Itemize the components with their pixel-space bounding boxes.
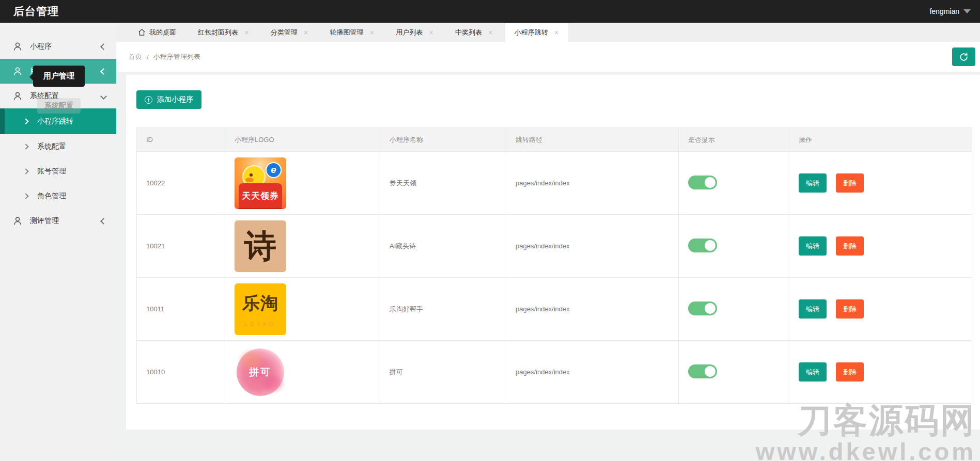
- edit-button[interactable]: 编辑: [799, 236, 827, 256]
- visibility-toggle[interactable]: [688, 364, 717, 378]
- table-row: 10010 拼可 拼可 pages/index/index: [137, 341, 972, 404]
- chevron-down-icon: [100, 93, 107, 100]
- cell-name: 乐淘好帮手: [380, 278, 506, 341]
- tab-label: 用户列表: [396, 28, 423, 37]
- breadcrumb-home[interactable]: 首页: [129, 52, 142, 61]
- refresh-button[interactable]: [952, 47, 975, 66]
- add-button-label: 添加小程序: [157, 95, 193, 104]
- person-icon: [12, 66, 23, 76]
- sidebar-subitem-system-config[interactable]: 系统配置: [0, 134, 116, 159]
- cell-path: pages/index/index: [506, 152, 679, 215]
- tab-label: 小程序跳转: [515, 28, 548, 37]
- header-actions: 操作: [789, 128, 972, 152]
- sidebar: 小程序 用户管理 系统配置 小程序跳转: [0, 23, 116, 461]
- miniprogram-logo: 诗: [235, 220, 286, 272]
- visibility-toggle[interactable]: [688, 301, 717, 315]
- header-id: ID: [137, 128, 225, 152]
- tab-label: 轮播图管理: [330, 28, 364, 37]
- sidebar-item-label: 小程序: [30, 42, 52, 51]
- tab-label: 中奖列表: [455, 28, 482, 37]
- logo-text: 天天领券: [242, 190, 279, 202]
- edit-button[interactable]: 编辑: [799, 173, 827, 193]
- sidebar-subitem-account-management[interactable]: 账号管理: [0, 159, 116, 184]
- tab-label: 红包封面列表: [198, 28, 238, 37]
- header-logo: 小程序LOGO: [225, 128, 380, 152]
- edit-button[interactable]: 编辑: [799, 362, 827, 381]
- table-row: 10011 乐淘 LETAO 乐淘好帮手 pages/index/index: [137, 278, 972, 341]
- logo-text: 诗: [244, 225, 276, 268]
- visibility-toggle[interactable]: [688, 239, 717, 252]
- sidebar-subitem-label: 小程序跳转: [37, 117, 73, 126]
- add-miniprogram-button[interactable]: 添加小程序: [136, 90, 201, 109]
- sidebar-item-miniprogram[interactable]: 小程序: [0, 34, 116, 59]
- close-icon[interactable]: ×: [554, 28, 559, 37]
- tab-bar: 我的桌面 红包封面列表 × 分类管理 × 轮播图管理 × 用户列表 × 中奖列表…: [116, 23, 980, 42]
- chevron-left-icon: [100, 218, 107, 225]
- sidebar-subitem-label: 账号管理: [37, 167, 66, 176]
- arrow-right-icon: [23, 193, 28, 199]
- header-visible: 是否显示: [679, 128, 789, 152]
- breadcrumb-separator: /: [147, 53, 149, 61]
- e-badge-icon: e: [266, 162, 282, 178]
- tab-my-desktop[interactable]: 我的桌面: [129, 23, 185, 42]
- cell-name: 拼可: [380, 341, 506, 404]
- close-icon[interactable]: ×: [244, 28, 249, 37]
- chevron-left-icon: [100, 43, 107, 50]
- cell-path: pages/index/index: [506, 278, 679, 341]
- content-area: 添加小程序 ID 小程序LOGO 小程序名称 跳转路径 是否显示: [116, 72, 980, 461]
- sidebar-subitem-label: 系统配置: [37, 142, 66, 151]
- person-icon: [12, 91, 23, 101]
- user-menu[interactable]: fengmian: [929, 7, 973, 15]
- sidebar-ghost-tooltip: 系统配置: [37, 98, 81, 114]
- miniprogram-logo: e 天天领券: [235, 157, 286, 209]
- cell-id: 10011: [137, 278, 225, 341]
- cell-id: 10021: [137, 215, 225, 278]
- chevron-left-icon: [100, 68, 107, 75]
- breadcrumb-current: 小程序管理列表: [153, 52, 200, 61]
- app-title: 后台管理: [13, 4, 59, 19]
- tab-user-list[interactable]: 用户列表 ×: [386, 23, 443, 42]
- tab-carousel-management[interactable]: 轮播图管理 ×: [321, 23, 384, 42]
- miniprogram-logo: 拼可: [235, 346, 286, 398]
- content-panel: 添加小程序 ID 小程序LOGO 小程序名称 跳转路径 是否显示: [126, 75, 980, 430]
- top-bar: 后台管理 fengmian: [0, 0, 980, 23]
- tab-miniprogram-jump[interactable]: 小程序跳转 ×: [505, 23, 568, 42]
- close-icon[interactable]: ×: [370, 28, 375, 37]
- delete-button[interactable]: 删除: [836, 236, 864, 256]
- tab-winner-list[interactable]: 中奖列表 ×: [446, 23, 502, 42]
- sidebar-subitem-role-management[interactable]: 角色管理: [0, 184, 116, 209]
- sidebar-item-label: 测评管理: [30, 216, 59, 226]
- caret-down-icon: [963, 9, 971, 13]
- plus-circle-icon: [145, 96, 152, 104]
- logo-subtext: LETAO: [244, 321, 276, 327]
- sidebar-item-evaluation-management[interactable]: 测评管理: [0, 209, 116, 233]
- miniprogram-logo: 乐淘 LETAO: [235, 283, 286, 335]
- delete-button[interactable]: 删除: [836, 362, 864, 381]
- arrow-right-icon: [23, 144, 28, 149]
- delete-button[interactable]: 删除: [836, 299, 864, 319]
- table-row: 10022 e 天天领券 券天天领: [137, 152, 972, 215]
- header-name: 小程序名称: [380, 128, 506, 152]
- breadcrumb-bar: 首页 / 小程序管理列表: [116, 42, 980, 72]
- person-icon: [12, 216, 23, 226]
- close-icon[interactable]: ×: [304, 28, 308, 37]
- tab-category-management[interactable]: 分类管理 ×: [261, 23, 318, 42]
- cell-path: pages/index/index: [506, 341, 679, 404]
- cell-id: 10022: [137, 152, 225, 215]
- breadcrumb: 首页 / 小程序管理列表: [129, 52, 200, 61]
- cell-id: 10010: [137, 341, 225, 404]
- tab-redpacket-cover-list[interactable]: 红包封面列表 ×: [189, 23, 258, 42]
- header-path: 跳转路径: [506, 128, 679, 152]
- refresh-icon: [959, 52, 969, 62]
- delete-button[interactable]: 删除: [836, 173, 864, 193]
- close-icon[interactable]: ×: [488, 28, 493, 37]
- arrow-right-icon: [23, 118, 28, 124]
- sidebar-tooltip: 用户管理: [33, 66, 85, 87]
- edit-button[interactable]: 编辑: [799, 299, 827, 319]
- username: fengmian: [929, 7, 959, 15]
- visibility-toggle[interactable]: [688, 176, 717, 189]
- close-icon[interactable]: ×: [429, 28, 433, 37]
- miniprogram-table: ID 小程序LOGO 小程序名称 跳转路径 是否显示 操作 10022: [136, 128, 972, 404]
- person-icon: [12, 41, 23, 52]
- table-row: 10021 诗 AI藏头诗 pages/index/index: [137, 215, 972, 278]
